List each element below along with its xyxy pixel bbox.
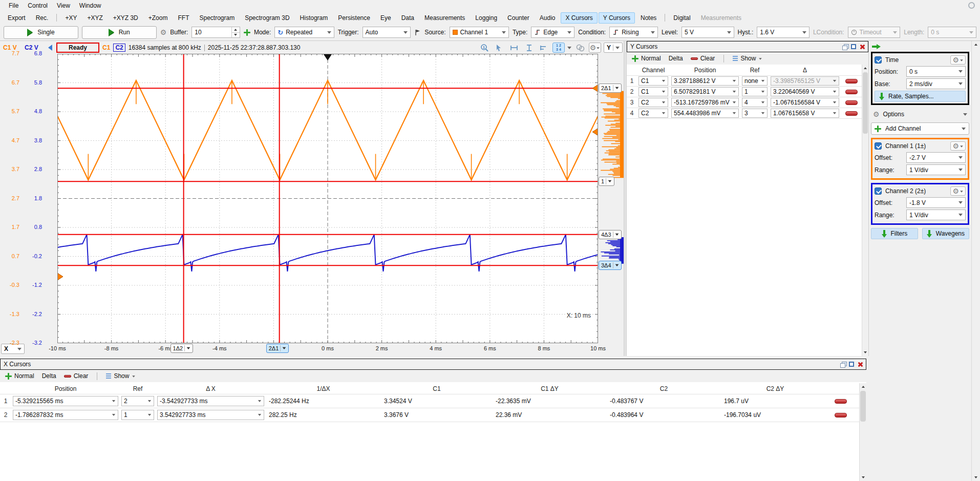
remove-cursor-button[interactable] (829, 399, 852, 404)
buffer-gear-icon[interactable]: ⚙ (160, 29, 167, 36)
cursor-ref-select[interactable]: 1 (742, 87, 768, 96)
instrument-tab[interactable]: Spectrogram (195, 12, 239, 24)
close-icon[interactable] (859, 44, 865, 50)
instrument-tab[interactable]: Data (397, 12, 419, 24)
cursor-position-select[interactable]: 3.287188612 V (671, 76, 739, 86)
cursor-ref-select[interactable]: 4 (742, 98, 768, 107)
cursor-position-select[interactable]: 554.4483986 mV (671, 109, 739, 118)
run-button[interactable]: Run (82, 26, 157, 39)
cursor-delta-select[interactable]: 1.067615658 V (771, 109, 839, 118)
c2-status-badge[interactable]: C2 (113, 44, 125, 52)
time-enabled-checkbox[interactable] (875, 56, 882, 64)
collapse-left-icon[interactable] (45, 45, 52, 51)
plot-settings-button[interactable]: ⚙ (589, 43, 601, 53)
instrument-tab[interactable]: Spectrogram 3D (240, 12, 294, 24)
spinner-arrows[interactable] (231, 27, 240, 37)
cursor-ref-select[interactable]: 1 (121, 410, 154, 420)
cursor-channel-select[interactable]: C2 (638, 98, 668, 107)
y-axis-selector[interactable]: Y (604, 43, 623, 53)
instrument-tab[interactable]: Logging (471, 12, 502, 24)
cursor-dx-select[interactable]: -3.542927733 ms (157, 396, 264, 406)
channel1-enabled-checkbox[interactable] (875, 142, 882, 150)
cursor-position-select[interactable]: -513.167259786 mV (671, 98, 739, 107)
y-cursor-flag[interactable]: 1 (599, 177, 614, 186)
c1-status-badge[interactable]: C1 (102, 44, 110, 51)
scroll-down-button[interactable] (860, 474, 866, 481)
width-measure-icon[interactable] (508, 43, 520, 53)
instrument-tab[interactable]: Persistence (333, 12, 375, 24)
remove-cursor-button[interactable] (829, 413, 852, 417)
instrument-tab[interactable]: Measurements (696, 12, 746, 24)
instrument-tab[interactable]: Eye (376, 12, 396, 24)
remove-cursor-button[interactable] (841, 100, 862, 105)
add-normal-cursor-button[interactable]: Normal (630, 54, 663, 63)
x-cursor-flag[interactable]: 1Δ2 (171, 344, 194, 353)
height-measure-icon[interactable] (523, 43, 535, 53)
channel2-enabled-checkbox[interactable] (875, 187, 882, 195)
maximize-window-icon[interactable] (849, 362, 854, 367)
add-channel-button[interactable]: Add Channel (871, 122, 969, 135)
channel1-range-select[interactable]: 1 V/div (906, 164, 966, 175)
x-cursor-flag[interactable]: 2Δ1 (266, 344, 289, 353)
remove-cursor-button[interactable] (841, 90, 862, 94)
y-cursor-flag[interactable]: 4Δ3 (599, 230, 622, 239)
add-normal-cursor-button[interactable]: Normal (3, 371, 36, 381)
scroll-down-button[interactable] (862, 349, 868, 356)
expand-right-icon[interactable] (872, 44, 881, 49)
type-select[interactable]: Edge (531, 27, 574, 38)
grid-options-chevron[interactable] (567, 47, 571, 51)
scroll-up-button[interactable] (862, 65, 868, 71)
lcondition-select[interactable]: Timeout (848, 27, 901, 38)
time-base-select[interactable]: 2 ms/div (906, 78, 966, 89)
settings-scrollbar[interactable] (971, 41, 980, 481)
window-menu-icon[interactable] (968, 2, 975, 9)
scroll-down-button[interactable] (972, 474, 980, 481)
wavegens-button[interactable]: Wavegens (922, 228, 969, 239)
instrument-tab[interactable]: +XYZ (82, 12, 107, 24)
mode-select[interactable]: ↻ Repeated (274, 27, 334, 38)
y-cursor-flag[interactable]: 2Δ1 (599, 83, 622, 93)
oscilloscope-plot[interactable]: X: 10 ms (57, 54, 598, 343)
clear-cursors-button[interactable]: Clear (689, 54, 717, 63)
instrument-tab[interactable]: X Cursors (561, 12, 597, 24)
time-settings-button[interactable]: ⚙ (950, 55, 966, 65)
instrument-tab[interactable]: Rec. (31, 12, 53, 24)
close-icon[interactable] (857, 362, 863, 367)
cursor-ref-select[interactable]: none (742, 76, 768, 86)
y-cursors-scrollbar[interactable] (862, 65, 868, 356)
options-button[interactable]: ⚙ Options (871, 108, 969, 120)
trigger-select[interactable]: Auto (363, 27, 411, 38)
zoom-reset-icon[interactable] (574, 43, 586, 53)
add-delta-cursor-button[interactable]: Delta (40, 371, 58, 381)
cursor-delta-select[interactable]: -1.0676156584 V (771, 98, 839, 107)
buffer-spinner[interactable]: 10 (191, 27, 240, 38)
cursor-position-select[interactable]: 6.507829181 V (671, 87, 739, 96)
instrument-tab[interactable]: Y Cursors (599, 12, 635, 24)
cursor-ref-select[interactable]: 3 (742, 109, 768, 118)
zoom-x1-icon[interactable]: 1 (478, 43, 491, 53)
channel2-range-select[interactable]: 1 V/div (906, 210, 966, 220)
remove-cursor-button[interactable] (841, 111, 862, 116)
filters-button[interactable]: Filters (871, 228, 918, 239)
cursor-channel-select[interactable]: C1 (638, 76, 668, 86)
rate-samples-button[interactable]: Rate, Samples... (875, 91, 966, 102)
cursor-channel-select[interactable]: C1 (638, 87, 668, 96)
cursor-delta-select[interactable]: -3.3985765125 V (771, 76, 839, 86)
time-position-select[interactable]: 0 s (906, 66, 966, 77)
menu-item[interactable]: File (4, 1, 23, 10)
x-cursors-scrollbar[interactable] (859, 383, 866, 481)
instrument-tab[interactable]: Digital (669, 12, 695, 24)
cursor-delta-select[interactable]: 3.220640569 V (771, 87, 839, 96)
clear-cursors-button[interactable]: Clear (62, 371, 91, 381)
cursor-position-select[interactable]: -5.329215565 ms (13, 396, 118, 406)
length-select[interactable]: 0 s (928, 27, 976, 38)
cursor-dx-select[interactable]: 3.542927733 ms (157, 410, 264, 420)
instrument-tab[interactable]: Histogram (295, 12, 333, 24)
channel1-settings-button[interactable]: ⚙ (950, 141, 966, 151)
quad-grid-button[interactable]: 1 23 4 (552, 43, 565, 53)
instrument-tab[interactable]: +Zoom (144, 12, 173, 24)
pointer-measure-icon[interactable] (493, 43, 505, 53)
source-select[interactable]: Channel 1 (450, 27, 509, 38)
menu-item[interactable]: Control (23, 1, 52, 10)
show-options-button[interactable]: Show (731, 54, 764, 63)
